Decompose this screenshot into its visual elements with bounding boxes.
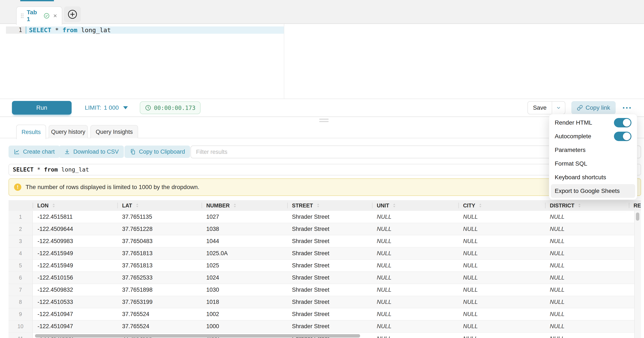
menu-item-format-sql[interactable]: Format SQL (549, 157, 637, 171)
sql-editor[interactable]: 1 SELECT * from long_lat (0, 24, 644, 99)
create-chart-button[interactable]: Create chart (8, 145, 60, 158)
download-csv-button[interactable]: Download to CSV (59, 145, 124, 158)
cell-lon[interactable]: -122.4509644 (32, 223, 118, 235)
row-number[interactable]: 6 (8, 272, 32, 284)
menu-item-parameters[interactable]: Parameters (549, 143, 637, 157)
menu-item-autocomplete[interactable]: Autocomplete (549, 129, 637, 143)
cell-lon[interactable]: -122.4510533 (32, 296, 118, 308)
cell-lat[interactable]: 37.7651898 (118, 284, 202, 296)
cell-district[interactable]: NULL (545, 247, 629, 259)
cell-unit[interactable]: NULL (372, 272, 458, 284)
cell-unit[interactable]: NULL (372, 247, 458, 259)
render-html-toggle[interactable] (614, 118, 632, 127)
row-number[interactable]: 2 (8, 223, 32, 235)
cell-street[interactable]: Shrader Street (287, 235, 372, 247)
cell-lon[interactable]: -122.4515949 (32, 259, 118, 272)
cell-street[interactable]: Shrader Street (287, 296, 372, 308)
cell-unit[interactable]: NULL (372, 320, 458, 332)
menu-item-export-google-sheets[interactable]: Export to Google Sheets (551, 184, 635, 198)
more-options-button[interactable] (623, 107, 631, 109)
cell-city[interactable]: NULL (458, 272, 545, 284)
column-header-district[interactable]: DISTRICT (545, 200, 629, 211)
cell-lat[interactable]: 37.7651228 (118, 223, 202, 235)
copy-link-button[interactable]: Copy link (571, 101, 616, 114)
cell-lon[interactable]: -122.4510156 (32, 272, 118, 284)
cell-lat[interactable]: 37.7652533 (118, 272, 202, 284)
cell-city[interactable]: NULL (458, 259, 545, 272)
sort-icon[interactable] (52, 203, 56, 208)
cell-city[interactable]: NULL (458, 247, 545, 259)
cell-number[interactable]: 1000 (202, 320, 287, 332)
sort-icon[interactable] (233, 203, 236, 208)
cell-city[interactable]: NULL (458, 308, 545, 320)
cell-unit[interactable]: NULL (372, 308, 458, 320)
cell-number[interactable]: 1018 (202, 296, 287, 308)
cell-city[interactable]: NULL (458, 211, 545, 223)
cell-street[interactable]: Shrader Street (287, 308, 372, 320)
cell-number[interactable]: 1002 (202, 308, 287, 320)
save-options-button[interactable] (552, 102, 565, 114)
cell-unit[interactable]: NULL (372, 235, 458, 247)
column-header-street[interactable]: STREET (287, 200, 372, 211)
cell-city[interactable]: NULL (458, 235, 545, 247)
menu-item-render-html[interactable]: Render HTML (549, 116, 637, 129)
row-number[interactable]: 5 (8, 259, 32, 272)
cell-district[interactable]: NULL (545, 320, 629, 332)
cell-district[interactable]: NULL (545, 235, 629, 247)
cell-number[interactable]: 1025 (202, 259, 287, 272)
pane-resize-handle[interactable] (319, 119, 328, 123)
cell-lon[interactable]: -122.4515811 (32, 211, 118, 223)
vertical-scrollbar[interactable] (634, 211, 641, 338)
cell-number[interactable]: 1038 (202, 223, 287, 235)
column-header-unit[interactable]: UNIT (372, 200, 458, 211)
cell-district[interactable]: NULL (545, 332, 629, 338)
cell-street[interactable]: Shrader Street (287, 259, 372, 272)
cell-number[interactable]: 1027 (202, 211, 287, 223)
cell-number[interactable]: 1030 (202, 284, 287, 296)
cell-district[interactable]: NULL (545, 259, 629, 272)
cell-street[interactable]: Shrader Street (287, 247, 372, 259)
cell-district[interactable]: NULL (545, 284, 629, 296)
vertical-scrollbar-thumb[interactable] (636, 213, 639, 221)
column-header-lat[interactable]: LAT (118, 200, 202, 211)
run-button[interactable]: Run (12, 101, 72, 115)
sort-icon[interactable] (136, 203, 139, 208)
sort-icon[interactable] (578, 203, 581, 208)
new-tab-button[interactable] (64, 7, 81, 22)
cell-street[interactable]: Shrader Street (287, 211, 372, 223)
row-number[interactable]: 10 (8, 320, 32, 332)
row-number[interactable]: 7 (8, 284, 32, 296)
cell-street[interactable]: Shrader Street (287, 320, 372, 332)
sort-icon[interactable] (316, 203, 320, 208)
row-number[interactable]: 1 (8, 211, 32, 223)
close-tab-icon[interactable] (52, 13, 58, 19)
sql-code-line[interactable]: SELECT * from long_lat (29, 27, 111, 34)
cell-unit[interactable]: NULL (372, 223, 458, 235)
cell-lat[interactable]: 37.7651135 (118, 211, 202, 223)
cell-district[interactable]: NULL (545, 296, 629, 308)
cell-number[interactable]: 1024 (202, 272, 287, 284)
cell-lon[interactable]: -122.4510947 (32, 308, 118, 320)
column-header-lon[interactable]: LON (32, 200, 118, 211)
cell-district[interactable]: NULL (545, 223, 629, 235)
tab-query-history[interactable]: Query history (48, 125, 88, 138)
cell-city[interactable]: NULL (458, 320, 545, 332)
cell-city[interactable]: NULL (458, 223, 545, 235)
cell-unit[interactable]: NULL (372, 259, 458, 272)
column-header-city[interactable]: CITY (458, 200, 545, 211)
query-tab-1[interactable]: Tab 1 (16, 7, 62, 25)
sort-icon[interactable] (392, 203, 396, 208)
column-header-number[interactable]: NUMBER (202, 200, 287, 211)
cell-street[interactable]: Shrader Street (287, 223, 372, 235)
autocomplete-toggle[interactable] (614, 132, 632, 141)
cell-lat[interactable]: 37.765524 (118, 320, 202, 332)
cell-lon[interactable]: -122.4515949 (32, 247, 118, 259)
cell-lat[interactable]: 37.7651813 (118, 247, 202, 259)
cell-city[interactable]: NULL (458, 296, 545, 308)
cell-district[interactable]: NULL (545, 308, 629, 320)
column-header-re[interactable]: RE (629, 200, 641, 211)
cell-city[interactable]: NULL (458, 284, 545, 296)
row-number[interactable]: 9 (8, 308, 32, 320)
cell-lon[interactable]: -122.4509983 (32, 235, 118, 247)
cell-lat[interactable]: 37.7651813 (118, 259, 202, 272)
